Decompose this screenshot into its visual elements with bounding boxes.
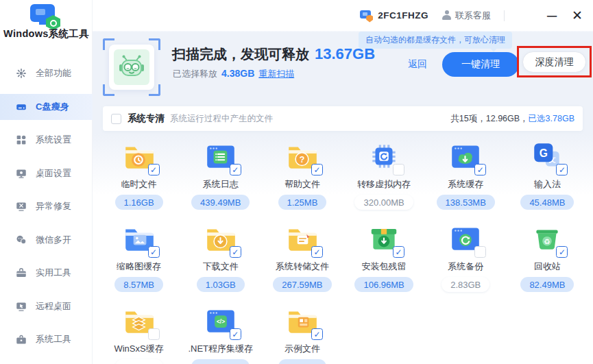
select-all-checkbox[interactable] xyxy=(111,114,121,124)
drive-icon xyxy=(15,101,27,113)
one-click-clean-button[interactable]: 一键清理 xyxy=(442,52,519,77)
item-checkbox[interactable] xyxy=(393,164,404,175)
device-id-group: 2FC1FHZG xyxy=(359,9,428,23)
briefcase-icon xyxy=(15,333,27,345)
item-checkbox[interactable] xyxy=(474,246,486,258)
app-mini-icon xyxy=(359,9,373,23)
clean-item[interactable]: 文 G ✓ 输入法 45.48MB xyxy=(507,139,588,210)
clean-item[interactable]: ✓ 示例文件 4.99MB xyxy=(261,304,343,364)
item-checkbox[interactable]: ✓ xyxy=(230,246,241,258)
scan-result-title: 扫描完成，发现可释放 13.67GB xyxy=(172,45,375,64)
selected-summary[interactable]: 已选3.78GB xyxy=(529,114,574,123)
clean-item[interactable]: ✓ 下载文件 1.03GB xyxy=(180,221,261,292)
item-label: WinSxS缓存 xyxy=(114,343,163,355)
clean-item[interactable]: WinSxS缓存 6.04GB xyxy=(98,304,180,364)
scan-selected-line: 已选择释放 4.38GB 重新扫描 xyxy=(173,68,294,80)
item-checkbox[interactable]: ✓ xyxy=(393,246,404,258)
item-checkbox[interactable]: ✓ xyxy=(230,164,241,175)
item-size-badge: 1.16GB xyxy=(115,195,163,210)
titlebar: 2FC1FHZG 联系客服 ─ ✕ xyxy=(93,0,593,31)
sidebar: Windows系统工具 全部功能 C盘瘦身 系统设置 桌面设置 异常修复 xyxy=(0,0,93,364)
item-size-badge: 45.48MB xyxy=(520,195,574,210)
clean-item[interactable]: ♻ ✓ 回收站 82.49MB xyxy=(507,221,588,292)
sidebar-item-grid[interactable]: 系统设置 xyxy=(0,127,93,153)
sidebar-item-label: 异常修复 xyxy=(36,200,71,213)
sidebar-item-monitor[interactable]: 桌面设置 xyxy=(0,160,93,186)
sidebar-item-gear[interactable]: 全部功能 xyxy=(0,60,93,86)
person-icon xyxy=(441,10,452,21)
clean-item[interactable]: ✓ 缩略图缓存 8.57MB xyxy=(98,221,180,292)
item-checkbox[interactable]: ✓ xyxy=(148,164,160,175)
clean-item[interactable]: ✓ 系统日志 439.49MB xyxy=(180,139,261,210)
robot-icon xyxy=(114,49,149,85)
deep-clean-button[interactable]: 深度清理 xyxy=(522,51,586,73)
item-size-badge: 4.99MB xyxy=(278,359,327,364)
grid-icon xyxy=(15,134,27,146)
main-panel: 2FC1FHZG 联系客服 ─ ✕ xyxy=(93,0,593,364)
item-label: 系统缓存 xyxy=(448,178,483,191)
clean-items-grid: ✓ 临时文件 1.16GB ✓ 系统日志 439.49MB ? ✓ 帮助文件 1… xyxy=(98,139,588,364)
sidebar-nav: 全部功能 C盘瘦身 系统设置 桌面设置 异常修复 微信多开 实用工具 xyxy=(0,60,93,360)
auto-select-tooltip: 自动勾选的都是缓存文件，可放心清理 xyxy=(359,32,512,49)
item-label: 下载文件 xyxy=(203,260,239,273)
sidebar-item-toolbox[interactable]: 实用工具 xyxy=(0,260,93,286)
contact-support-button[interactable]: 联系客服 xyxy=(441,10,491,22)
item-label: 系统转储文件 xyxy=(276,260,329,273)
app-window: Windows系统工具 全部功能 C盘瘦身 系统设置 桌面设置 异常修复 xyxy=(0,0,593,364)
section-title: 系统专清 xyxy=(128,112,165,125)
item-label: 临时文件 xyxy=(121,178,157,191)
item-label: .NET程序集缓存 xyxy=(188,343,253,355)
sidebar-item-label: C盘瘦身 xyxy=(36,101,69,113)
clean-item[interactable]: 系统备份 2.83GB xyxy=(425,221,507,292)
close-button[interactable]: ✕ xyxy=(571,8,583,23)
clean-item[interactable]: ✓ 临时文件 1.16GB xyxy=(98,139,180,210)
item-size-badge: 6.04GB xyxy=(115,359,163,364)
sidebar-item-drive[interactable]: C盘瘦身 xyxy=(0,94,93,120)
item-checkbox[interactable]: ✓ xyxy=(556,246,568,258)
svg-text:♻: ♻ xyxy=(544,238,550,245)
toolbox-icon xyxy=(15,267,27,279)
item-size-badge: 439.49MB xyxy=(191,195,250,210)
scan-robot-frame xyxy=(103,38,160,96)
minimize-button[interactable]: ─ xyxy=(546,12,558,19)
item-checkbox[interactable]: ✓ xyxy=(311,164,323,175)
item-label: 系统备份 xyxy=(448,260,483,273)
back-button[interactable]: 返回 xyxy=(408,58,427,71)
item-checkbox[interactable]: ✓ xyxy=(311,246,323,258)
clean-item[interactable]: </> ✓ .NET程序集缓存 531.94MB xyxy=(180,304,261,364)
sidebar-item-wechat[interactable]: 微信多开 xyxy=(0,227,93,253)
sidebar-item-remote[interactable]: 远程桌面 xyxy=(0,293,93,319)
clean-item[interactable]: ✓ 系统缓存 138.53MB xyxy=(425,139,507,210)
sidebar-item-label: 远程桌面 xyxy=(36,300,71,313)
action-buttons: 返回 一键清理 xyxy=(408,52,519,77)
item-label: 转移虚拟内存 xyxy=(357,178,411,191)
item-checkbox[interactable]: ✓ xyxy=(556,164,568,175)
item-checkbox[interactable]: ✓ xyxy=(230,328,241,340)
menu-icon[interactable] xyxy=(518,10,533,21)
sidebar-item-label: 全部功能 xyxy=(36,67,71,80)
clean-item[interactable]: 转移虚拟内存 320.00MB xyxy=(343,139,424,210)
svg-text:G: G xyxy=(540,147,548,159)
item-size-badge: 138.53MB xyxy=(437,195,495,210)
sidebar-item-repair[interactable]: 异常修复 xyxy=(0,193,93,219)
clean-item[interactable]: ✓ 安装包残留 106.96MB xyxy=(343,221,424,292)
sidebar-item-label: 实用工具 xyxy=(36,267,71,279)
rescan-link[interactable]: 重新扫描 xyxy=(258,68,294,80)
item-size-badge: 267.59MB xyxy=(273,277,331,292)
item-checkbox[interactable] xyxy=(148,328,160,340)
item-size-badge: 82.49MB xyxy=(520,277,574,292)
clean-item[interactable]: ✓ 系统转储文件 267.59MB xyxy=(261,221,343,292)
item-checkbox[interactable]: ✓ xyxy=(148,246,160,258)
item-checkbox[interactable]: ✓ xyxy=(474,164,486,175)
item-size-badge: 531.94MB xyxy=(191,359,250,364)
svg-text:</>: </> xyxy=(217,318,225,325)
app-logo-icon xyxy=(30,4,58,27)
remote-icon xyxy=(15,300,27,313)
section-subtitle: 系统运行过程中产生的文件 xyxy=(170,113,273,125)
item-checkbox[interactable]: ✓ xyxy=(311,328,323,340)
item-label: 示例文件 xyxy=(285,343,320,355)
sidebar-item-briefcase[interactable]: 系统工具 xyxy=(0,326,93,352)
clean-item[interactable]: ? ✓ 帮助文件 1.25MB xyxy=(261,139,343,210)
titlebar-divider xyxy=(504,10,505,21)
sidebar-item-label: 微信多开 xyxy=(36,234,71,246)
